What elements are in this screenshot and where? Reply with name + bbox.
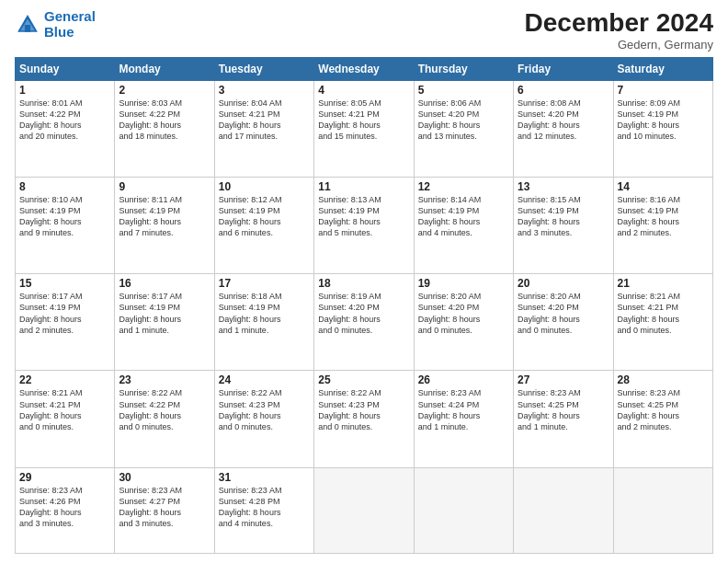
day-cell-4: 4Sunrise: 8:05 AMSunset: 4:21 PMDaylight…: [314, 80, 414, 177]
day-cell-29: 29Sunrise: 8:23 AMSunset: 4:26 PMDayligh…: [16, 467, 115, 553]
day-number: 27: [518, 373, 609, 386]
day-info: Sunrise: 8:09 AMSunset: 4:19 PMDaylight:…: [618, 98, 709, 143]
day-number: 7: [618, 84, 709, 97]
day-info: Sunrise: 8:18 AMSunset: 4:19 PMDaylight:…: [219, 291, 310, 336]
day-number: 18: [318, 277, 409, 290]
day-number: 21: [618, 277, 709, 290]
day-number: 22: [19, 373, 110, 386]
day-cell-12: 12Sunrise: 8:14 AMSunset: 4:19 PMDayligh…: [414, 178, 513, 274]
weekday-header-sunday: Sunday: [16, 57, 115, 80]
day-cell-1: 1Sunrise: 8:01 AMSunset: 4:22 PMDaylight…: [16, 80, 115, 177]
day-cell-15: 15Sunrise: 8:17 AMSunset: 4:19 PMDayligh…: [16, 274, 115, 371]
day-cell-16: 16Sunrise: 8:17 AMSunset: 4:19 PMDayligh…: [115, 274, 214, 371]
logo: General Blue: [15, 9, 96, 40]
day-info: Sunrise: 8:04 AMSunset: 4:21 PMDaylight:…: [219, 98, 310, 143]
day-number: 17: [219, 277, 310, 290]
day-number: 24: [219, 373, 310, 386]
day-number: 4: [318, 84, 409, 97]
day-number: 28: [618, 373, 709, 386]
day-number: 31: [219, 471, 310, 484]
day-info: Sunrise: 8:08 AMSunset: 4:20 PMDaylight:…: [518, 98, 609, 143]
location: Gedern, Germany: [525, 38, 713, 52]
day-info: Sunrise: 8:12 AMSunset: 4:19 PMDaylight:…: [219, 194, 310, 239]
day-info: Sunrise: 8:06 AMSunset: 4:20 PMDaylight:…: [418, 98, 509, 143]
day-info: Sunrise: 8:11 AMSunset: 4:19 PMDaylight:…: [119, 194, 210, 239]
day-info: Sunrise: 8:22 AMSunset: 4:23 PMDaylight:…: [318, 387, 409, 432]
day-cell-26: 26Sunrise: 8:23 AMSunset: 4:24 PMDayligh…: [414, 371, 513, 467]
day-cell-27: 27Sunrise: 8:23 AMSunset: 4:25 PMDayligh…: [514, 371, 613, 467]
day-number: 20: [518, 277, 609, 290]
day-cell-28: 28Sunrise: 8:23 AMSunset: 4:25 PMDayligh…: [613, 371, 712, 467]
day-cell-24: 24Sunrise: 8:22 AMSunset: 4:23 PMDayligh…: [214, 371, 313, 467]
day-cell-9: 9Sunrise: 8:11 AMSunset: 4:19 PMDaylight…: [115, 178, 214, 274]
week-row-1: 1Sunrise: 8:01 AMSunset: 4:22 PMDaylight…: [16, 80, 713, 177]
day-info: Sunrise: 8:03 AMSunset: 4:22 PMDaylight:…: [119, 98, 210, 143]
day-info: Sunrise: 8:21 AMSunset: 4:21 PMDaylight:…: [19, 387, 110, 432]
day-info: Sunrise: 8:01 AMSunset: 4:22 PMDaylight:…: [19, 98, 110, 143]
weekday-header-thursday: Thursday: [414, 57, 513, 80]
calendar-table: SundayMondayTuesdayWednesdayThursdayFrid…: [15, 57, 713, 554]
day-cell-18: 18Sunrise: 8:19 AMSunset: 4:20 PMDayligh…: [314, 274, 414, 371]
day-info: Sunrise: 8:16 AMSunset: 4:19 PMDaylight:…: [618, 194, 709, 239]
logo-general: General: [44, 8, 96, 24]
page: General Blue December 2024 Gedern, Germa…: [0, 0, 728, 563]
day-info: Sunrise: 8:17 AMSunset: 4:19 PMDaylight:…: [19, 291, 110, 336]
day-info: Sunrise: 8:14 AMSunset: 4:19 PMDaylight:…: [418, 194, 509, 239]
day-number: 12: [418, 180, 509, 193]
day-number: 30: [119, 471, 210, 484]
day-cell-6: 6Sunrise: 8:08 AMSunset: 4:20 PMDaylight…: [514, 80, 613, 177]
day-info: Sunrise: 8:20 AMSunset: 4:20 PMDaylight:…: [518, 291, 609, 336]
weekday-header-row: SundayMondayTuesdayWednesdayThursdayFrid…: [16, 57, 713, 80]
day-number: 29: [19, 471, 110, 484]
day-cell-20: 20Sunrise: 8:20 AMSunset: 4:20 PMDayligh…: [514, 274, 613, 371]
day-number: 1: [19, 84, 110, 97]
empty-cell: [314, 467, 414, 553]
svg-rect-2: [25, 25, 30, 32]
day-info: Sunrise: 8:17 AMSunset: 4:19 PMDaylight:…: [119, 291, 210, 336]
day-info: Sunrise: 8:23 AMSunset: 4:24 PMDaylight:…: [418, 387, 509, 432]
day-info: Sunrise: 8:22 AMSunset: 4:23 PMDaylight:…: [219, 387, 310, 432]
day-info: Sunrise: 8:13 AMSunset: 4:19 PMDaylight:…: [318, 194, 409, 239]
empty-cell: [414, 467, 513, 553]
day-cell-19: 19Sunrise: 8:20 AMSunset: 4:20 PMDayligh…: [414, 274, 513, 371]
week-row-5: 29Sunrise: 8:23 AMSunset: 4:26 PMDayligh…: [16, 467, 713, 553]
header: General Blue December 2024 Gedern, Germa…: [15, 9, 713, 52]
day-number: 25: [318, 373, 409, 386]
month-title: December 2024: [525, 9, 713, 38]
day-number: 23: [119, 373, 210, 386]
logo-text: General Blue: [44, 9, 96, 40]
day-info: Sunrise: 8:15 AMSunset: 4:19 PMDaylight:…: [518, 194, 609, 239]
day-number: 11: [318, 180, 409, 193]
day-info: Sunrise: 8:23 AMSunset: 4:28 PMDaylight:…: [219, 485, 310, 530]
day-info: Sunrise: 8:20 AMSunset: 4:20 PMDaylight:…: [418, 291, 509, 336]
weekday-header-monday: Monday: [115, 57, 214, 80]
day-number: 2: [119, 84, 210, 97]
day-number: 10: [219, 180, 310, 193]
day-number: 6: [518, 84, 609, 97]
day-cell-21: 21Sunrise: 8:21 AMSunset: 4:21 PMDayligh…: [613, 274, 712, 371]
weekday-header-wednesday: Wednesday: [314, 57, 414, 80]
day-cell-8: 8Sunrise: 8:10 AMSunset: 4:19 PMDaylight…: [16, 178, 115, 274]
weekday-header-tuesday: Tuesday: [214, 57, 313, 80]
day-cell-5: 5Sunrise: 8:06 AMSunset: 4:20 PMDaylight…: [414, 80, 513, 177]
weekday-header-saturday: Saturday: [613, 57, 712, 80]
day-cell-13: 13Sunrise: 8:15 AMSunset: 4:19 PMDayligh…: [514, 178, 613, 274]
day-cell-17: 17Sunrise: 8:18 AMSunset: 4:19 PMDayligh…: [214, 274, 313, 371]
day-number: 19: [418, 277, 509, 290]
week-row-2: 8Sunrise: 8:10 AMSunset: 4:19 PMDaylight…: [16, 178, 713, 274]
day-info: Sunrise: 8:05 AMSunset: 4:21 PMDaylight:…: [318, 98, 409, 143]
day-cell-23: 23Sunrise: 8:22 AMSunset: 4:22 PMDayligh…: [115, 371, 214, 467]
week-row-4: 22Sunrise: 8:21 AMSunset: 4:21 PMDayligh…: [16, 371, 713, 467]
weekday-header-friday: Friday: [514, 57, 613, 80]
day-number: 8: [19, 180, 110, 193]
day-cell-30: 30Sunrise: 8:23 AMSunset: 4:27 PMDayligh…: [115, 467, 214, 553]
day-cell-22: 22Sunrise: 8:21 AMSunset: 4:21 PMDayligh…: [16, 371, 115, 467]
day-cell-7: 7Sunrise: 8:09 AMSunset: 4:19 PMDaylight…: [613, 80, 712, 177]
day-number: 5: [418, 84, 509, 97]
day-cell-2: 2Sunrise: 8:03 AMSunset: 4:22 PMDaylight…: [115, 80, 214, 177]
day-info: Sunrise: 8:10 AMSunset: 4:19 PMDaylight:…: [19, 194, 110, 239]
day-number: 14: [618, 180, 709, 193]
day-cell-10: 10Sunrise: 8:12 AMSunset: 4:19 PMDayligh…: [214, 178, 313, 274]
day-info: Sunrise: 8:23 AMSunset: 4:25 PMDaylight:…: [518, 387, 609, 432]
day-cell-3: 3Sunrise: 8:04 AMSunset: 4:21 PMDaylight…: [214, 80, 313, 177]
